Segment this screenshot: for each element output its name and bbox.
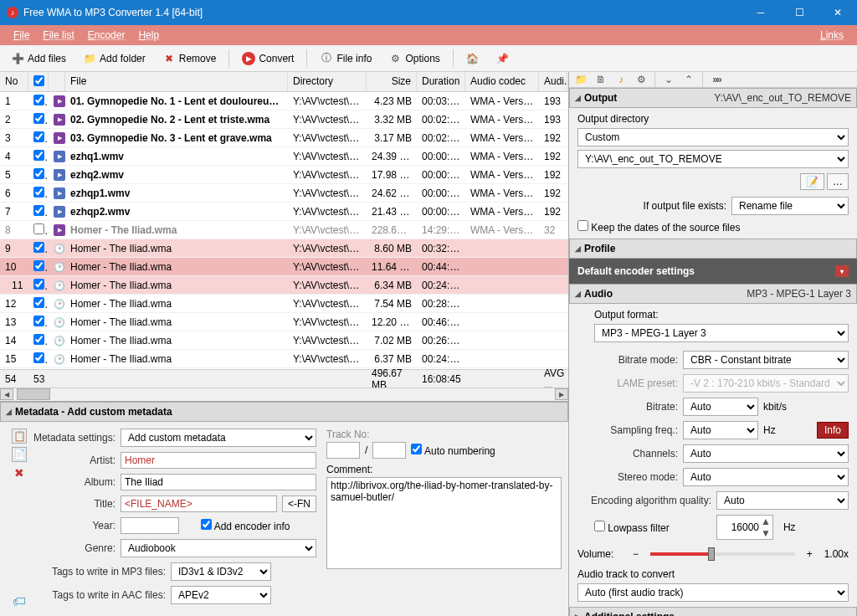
bitrate-select[interactable]: Auto — [683, 398, 758, 416]
paste-icon[interactable]: 📄 — [12, 447, 27, 462]
exists-select[interactable]: Rename file — [731, 197, 849, 215]
minus-icon[interactable]: − — [633, 548, 639, 560]
remove-button[interactable]: ✖Remove — [155, 49, 224, 68]
quality-select[interactable]: Auto — [716, 491, 849, 510]
col-audi[interactable]: Audi... — [539, 72, 567, 91]
table-row[interactable]: 12🕑Homer - The Iliad.wmaY:\AV\vctest\wma… — [0, 295, 568, 313]
col-size[interactable]: Size — [367, 72, 417, 91]
lowpass-spinner[interactable]: ▲▼ — [716, 515, 773, 540]
additional-header[interactable]: ▶Additional settings — [569, 607, 857, 616]
volume-slider[interactable] — [650, 552, 795, 556]
chevron-up-icon[interactable]: ⌃ — [682, 73, 695, 86]
check-all[interactable] — [33, 75, 44, 86]
menu-help[interactable]: Help — [131, 29, 166, 41]
format-select[interactable]: MP3 - MPEG-1 Layer 3 — [594, 324, 849, 342]
menu-links[interactable]: Links — [813, 29, 850, 41]
scroll-thumb[interactable] — [17, 388, 50, 400]
fn-button[interactable]: <-FN — [282, 495, 316, 512]
chevron-down-icon[interactable]: ⌄ — [662, 73, 675, 86]
lowpass-check[interactable] — [594, 521, 605, 531]
options-button[interactable]: ⚙Options — [381, 49, 447, 68]
row-check[interactable] — [33, 113, 44, 124]
convert-button[interactable]: ▶Convert — [234, 49, 301, 68]
copy-icon[interactable]: 📋 — [12, 429, 27, 444]
row-check[interactable] — [33, 242, 44, 253]
home-button[interactable]: 🏠 — [459, 49, 487, 68]
row-check[interactable] — [33, 95, 44, 105]
table-row[interactable]: 13🕑Homer - The Iliad.wmaY:\AV\vctest\wma… — [0, 313, 568, 331]
row-check[interactable] — [33, 223, 44, 234]
table-row[interactable]: 10🕑Homer - The Iliad.wmaY:\AV\vctest\wma… — [0, 258, 568, 276]
menu-file-list[interactable]: File list — [36, 29, 80, 41]
note-icon[interactable]: ♪ — [614, 73, 628, 86]
keep-dates-check[interactable] — [577, 220, 588, 231]
encoder-info-label[interactable]: Add encoder info — [201, 519, 290, 532]
scroll-right-icon[interactable]: ▶ — [555, 388, 568, 400]
channels-select[interactable]: Auto — [683, 444, 849, 463]
add-folder-button[interactable]: 📁Add folder — [75, 49, 153, 68]
row-check[interactable] — [33, 205, 44, 216]
profile-select[interactable]: Default encoder settings▾ — [569, 259, 857, 284]
row-check[interactable] — [33, 279, 44, 290]
expand-icon[interactable]: »» — [710, 73, 723, 86]
album-input[interactable] — [121, 474, 316, 490]
col-dur[interactable]: Duration — [417, 72, 465, 91]
audio-header[interactable]: ◢AudioMP3 - MPEG-1 Layer 3 — [569, 284, 857, 304]
output-dir-path-select[interactable]: Y:\AV\_enc_out_TO_REMOVE — [577, 150, 849, 168]
samp-select[interactable]: Auto — [683, 421, 758, 439]
year-input[interactable] — [121, 517, 179, 534]
row-check[interactable] — [33, 297, 44, 308]
mp3-tags-select[interactable]: ID3v1 & ID3v2 — [171, 562, 271, 581]
table-row[interactable]: 15🕑Homer - The Iliad.wmaY:\AV\vctest\wma… — [0, 350, 568, 368]
menu-file[interactable]: File — [7, 29, 36, 41]
col-file[interactable]: File — [65, 72, 288, 91]
tag-icon[interactable]: 🏷 — [12, 594, 27, 609]
row-check[interactable] — [33, 168, 44, 179]
output-dir-mode-select[interactable]: Custom — [577, 128, 849, 146]
encoder-info-check[interactable] — [201, 519, 212, 530]
menu-encoder[interactable]: Encoder — [81, 29, 132, 41]
plus-icon[interactable]: + — [807, 548, 813, 560]
horizontal-scrollbar[interactable]: ◀ ▶ — [0, 388, 568, 401]
edit-path-button[interactable]: 📝 — [800, 173, 824, 190]
grid-body[interactable]: 1▶01. Gymnopedie No. 1 - Lent et doulour… — [0, 92, 568, 369]
title-input[interactable] — [121, 495, 277, 512]
table-row[interactable]: 6▶ezhqp1.wmvY:\AV\vctest\wmv24.62 MB00:0… — [0, 184, 568, 203]
bitrate-mode-select[interactable]: CBR - Constant bitrate — [683, 351, 849, 369]
artist-input[interactable] — [121, 452, 316, 469]
browse-button[interactable]: … — [827, 173, 849, 190]
add-files-button[interactable]: ➕Add files — [3, 49, 74, 68]
table-row[interactable]: 1▶01. Gymnopedie No. 1 - Lent et doulour… — [0, 92, 568, 110]
table-row[interactable]: 14🕑Homer - The Iliad.wmaY:\AV\vctest\wma… — [0, 331, 568, 350]
table-row[interactable]: 11🕑Homer - The Iliad.wmaY:\AV\vctest\wma… — [0, 276, 568, 295]
row-check[interactable] — [33, 187, 44, 198]
auto-num-check[interactable] — [411, 444, 422, 454]
profile-header[interactable]: ◢Profile — [569, 239, 857, 259]
table-row[interactable]: 2▶02. Gymnopedie No. 2 - Lent et triste.… — [0, 110, 568, 129]
col-no[interactable]: No — [0, 72, 28, 91]
table-row[interactable]: 9🕑Homer - The Iliad.wmaY:\AV\vctest\wma8… — [0, 239, 568, 258]
row-check[interactable] — [33, 352, 44, 363]
row-check[interactable] — [33, 260, 44, 271]
minimize-button[interactable]: ─ — [742, 0, 780, 25]
table-row[interactable]: 5▶ezhq2.wmvY:\AV\vctest\wmv17.98 MB00:00… — [0, 166, 568, 184]
scroll-left-icon[interactable]: ◀ — [0, 388, 13, 400]
col-check[interactable] — [28, 72, 49, 91]
auto-num-label[interactable]: Auto numbering — [411, 444, 495, 457]
settings-select[interactable]: Add custom metadata — [121, 429, 316, 447]
comment-textarea[interactable]: http://librivox.org/the-iliad-by-homer-t… — [326, 477, 562, 569]
maximize-button[interactable]: ☐ — [780, 0, 819, 25]
keep-dates-label[interactable]: Keep the dates of the source files — [577, 222, 740, 234]
chevron-down-icon[interactable]: ▾ — [835, 265, 849, 277]
aac-tags-select[interactable]: APEv2 — [171, 586, 271, 604]
folder-icon[interactable]: 📁 — [574, 73, 588, 86]
table-row[interactable]: 8▶Homer - The Iliad.wmaY:\AV\vctest\wma2… — [0, 221, 568, 239]
audio-track-select[interactable]: Auto (first audio track) — [577, 583, 849, 602]
pin-button[interactable]: 📌 — [489, 49, 517, 68]
row-check[interactable] — [33, 150, 44, 161]
file-info-button[interactable]: ⓘFile info — [312, 49, 379, 68]
doc-icon[interactable]: 🗎 — [594, 73, 608, 86]
table-row[interactable]: 4▶ezhq1.wmvY:\AV\vctest\wmv24.39 MB00:00… — [0, 147, 568, 166]
row-check[interactable] — [33, 316, 44, 326]
lowpass-label[interactable]: Lowpass filter — [594, 521, 711, 534]
